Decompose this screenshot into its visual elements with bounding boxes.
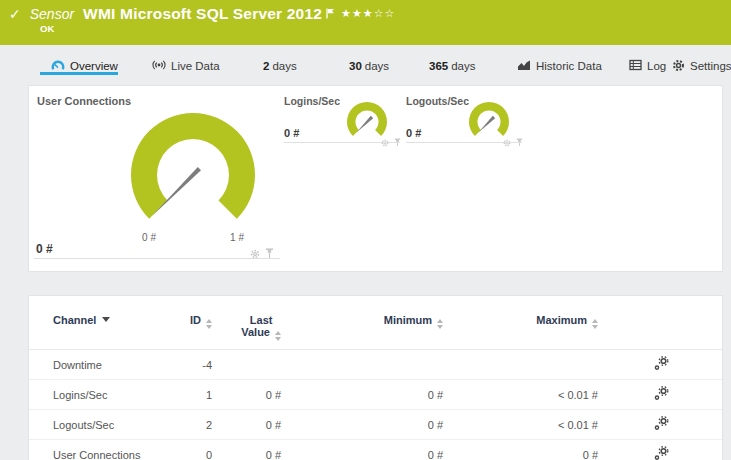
tab-historic-data-label: Historic Data [536,60,602,72]
gauge-settings-gear-icon[interactable] [250,245,260,263]
mini-gauge-divider [284,142,400,143]
gauge-icon [51,59,65,73]
tab-historic-data[interactable]: Historic Data [517,58,602,74]
mini-gauge-logins: Logins/Sec 0 # [284,94,400,154]
tab-live-data-label: Live Data [171,60,220,72]
sensor-header: ✓ Sensor WMI Microsoft SQL Server 2012 ★… [0,0,731,45]
gauge-pin-icon[interactable] [265,245,274,263]
channel-name[interactable]: Logins/Sec [29,380,189,410]
tab-2-days[interactable]: 2days [263,58,297,74]
tab-365-days-number: 365 [429,60,448,72]
sensor-title: WMI Microsoft SQL Server 2012 [83,5,322,23]
tab-30-days[interactable]: 30days [349,58,389,74]
sort-desc-icon [102,317,110,322]
stars-empty: ☆☆ [374,7,396,19]
channel-maximum: < 0.01 # [445,380,603,410]
live-data-icon [152,59,166,73]
sort-icon [592,319,598,329]
table-row: Logouts/Sec 2 0 # 0 # < 0.01 # [29,410,722,440]
main-gauge-divider [34,258,280,259]
gauge-needle [356,116,373,133]
header-last-value[interactable]: LastValue [219,304,287,350]
tab-settings-label: Settings [690,60,731,72]
channel-settings-icon[interactable] [603,380,722,410]
tab-2-days-number: 2 [263,60,269,72]
user-connections-gauge [125,107,261,243]
overview-gauges-panel: User Connections 0 # 1 # 0 # Logins/Sec [28,85,723,272]
stars-filled: ★★★ [341,7,374,19]
priority-stars[interactable]: ★★★☆☆ [341,7,395,20]
channel-maximum: 0 # [445,440,603,460]
header-minimum[interactable]: Minimum [287,304,445,350]
sort-icon [437,319,443,329]
channel-maximum [445,350,603,380]
tab-settings[interactable]: Settings [672,58,731,74]
tab-overview-label: Overview [70,60,118,72]
table-row: Downtime -4 [29,350,722,380]
channel-name[interactable]: Logouts/Sec [29,410,189,440]
sort-icon [206,319,212,329]
log-icon [629,59,642,73]
channel-id: 1 [189,380,219,410]
channel-maximum: < 0.01 # [445,410,603,440]
logins-gauge-title: Logins/Sec [284,95,340,107]
main-gauge-scale-max: 1 # [217,232,257,243]
gauge-needle [478,116,495,133]
main-gauge-actions [250,245,274,263]
channel-last-value: 0 # [219,440,287,460]
area-chart-icon [517,59,531,73]
sort-icon [275,331,281,341]
header-maximum[interactable]: Maximum [445,304,603,350]
channel-last-value [219,350,287,380]
channel-last-value: 0 # [219,410,287,440]
active-tab-underline [40,72,118,75]
mini-gauge-logouts: Logouts/Sec 0 # [406,94,522,154]
sensor-status-badge: OK [40,23,54,34]
mini-gauge-divider [406,142,522,143]
tab-log[interactable]: Log [629,58,666,74]
channel-table-panel: Channel ID LastValue Minimum Maximum Dow… [28,295,723,460]
table-row: User Connections 0 0 # 0 # 0 # [29,440,722,460]
channel-minimum: 0 # [287,440,445,460]
sensor-kind-label: Sensor [30,6,74,22]
gear-icon [672,59,685,74]
table-row: Logins/Sec 1 0 # 0 # < 0.01 # [29,380,722,410]
main-gauge-scale-min: 0 # [129,232,169,243]
logouts-gauge-value: 0 # [406,127,421,139]
tab-365-days-label: days [451,60,475,72]
channel-minimum: 0 # [287,380,445,410]
channel-minimum: 0 # [287,410,445,440]
channel-settings-icon[interactable] [603,350,722,380]
channel-name[interactable]: Downtime [29,350,189,380]
channel-id: 2 [189,410,219,440]
tab-30-days-number: 30 [349,60,362,72]
flag-icon[interactable] [326,5,335,23]
tab-30-days-label: days [365,60,389,72]
logins-gauge-value: 0 # [284,127,299,139]
channel-id: -4 [189,350,219,380]
channel-minimum [287,350,445,380]
table-header-row: Channel ID LastValue Minimum Maximum [29,304,722,350]
channel-settings-icon[interactable] [603,410,722,440]
channel-table: Channel ID LastValue Minimum Maximum Dow… [29,304,722,460]
header-channel[interactable]: Channel [29,304,189,350]
header-id[interactable]: ID [189,304,219,350]
main-gauge-value: 0 # [36,242,53,256]
tab-live-data[interactable]: Live Data [152,58,220,74]
logouts-gauge-title: Logouts/Sec [406,95,469,107]
tab-log-label: Log [647,60,666,72]
channel-id: 0 [189,440,219,460]
status-ok-check-icon: ✓ [9,6,21,22]
channel-last-value: 0 # [219,380,287,410]
channel-name[interactable]: User Connections [29,440,189,460]
tab-365-days[interactable]: 365days [429,58,475,74]
tab-2-days-label: days [272,60,296,72]
main-gauge-title: User Connections [37,95,131,107]
channel-settings-icon[interactable] [603,440,722,460]
